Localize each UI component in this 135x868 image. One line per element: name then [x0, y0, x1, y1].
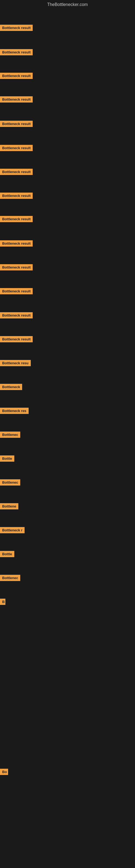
bottleneck-item[interactable]: Bottleneck r [0, 527, 25, 534]
bottleneck-badge: Bottleneck result [0, 121, 33, 127]
bottleneck-badge: Bottleneck result [0, 145, 33, 151]
bottleneck-item[interactable]: Bottleneck result [0, 264, 33, 272]
bottleneck-item[interactable]: Bottleneck result [0, 193, 33, 200]
bottleneck-item[interactable]: Bottlenec [0, 575, 20, 582]
bottleneck-item[interactable]: Bottle [0, 551, 14, 558]
bottleneck-badge: Bottleneck result [0, 169, 33, 175]
bottleneck-badge: Bottleneck result [0, 288, 33, 294]
bottleneck-badge: Bottleneck result [0, 216, 33, 222]
bottleneck-item[interactable]: Bottle [0, 456, 14, 463]
bottleneck-item[interactable]: Bottleneck result [0, 73, 33, 80]
bottleneck-badge: Bottleneck result [0, 96, 33, 102]
bottleneck-badge: Bottle [0, 456, 14, 462]
bottleneck-item[interactable]: Bottleneck result [0, 336, 33, 343]
bottleneck-badge: Bottleneck result [0, 49, 33, 55]
bottleneck-item[interactable]: Bottleneck result [0, 288, 33, 296]
bottleneck-item[interactable]: Bottleneck resu [0, 360, 31, 367]
bottleneck-item[interactable]: Bo [0, 769, 8, 776]
bottleneck-item[interactable]: Bottleneck [0, 384, 22, 391]
bottleneck-item[interactable]: Bottleneck result [0, 216, 33, 223]
bottleneck-badge: Bottleneck result [0, 312, 33, 318]
bottleneck-item[interactable]: Bottleneck result [0, 145, 33, 152]
bottleneck-badge: Bottleneck res [0, 408, 29, 414]
bottleneck-badge: Bo [0, 769, 8, 775]
bottleneck-badge: Bottleneck result [0, 264, 33, 271]
bottleneck-item[interactable]: Bottlenec [0, 479, 20, 487]
bottleneck-item[interactable]: B [0, 599, 5, 606]
bottleneck-item[interactable]: Bottleneck result [0, 49, 33, 56]
bottleneck-badge: Bottleneck resu [0, 360, 31, 366]
bottleneck-badge: Bottleneck result [0, 73, 33, 79]
bottleneck-item[interactable]: Bottleneck result [0, 312, 33, 319]
bottleneck-badge: Bottlene [0, 503, 18, 509]
bottleneck-badge: Bottlenec [0, 479, 20, 486]
bottleneck-badge: Bottle [0, 551, 14, 557]
bottleneck-item[interactable]: Bottleneck result [0, 169, 33, 176]
bottleneck-item[interactable]: Bottlene [0, 503, 18, 510]
bottleneck-item[interactable]: Bottlenec [0, 432, 20, 439]
bottleneck-badge: Bottleneck result [0, 336, 33, 342]
bottleneck-badge: B [0, 599, 5, 605]
bottleneck-item[interactable]: Bottleneck result [0, 25, 33, 32]
bottleneck-badge: Bottleneck result [0, 240, 33, 247]
bottleneck-badge: Bottlenec [0, 575, 20, 581]
bottleneck-item[interactable]: Bottleneck result [0, 96, 33, 104]
site-title: TheBottlenecker.com [0, 0, 135, 9]
bottleneck-item[interactable]: Bottleneck res [0, 408, 29, 415]
bottleneck-item[interactable]: Bottleneck result [0, 240, 33, 248]
bottleneck-item[interactable]: Bottleneck result [0, 121, 33, 128]
bottleneck-badge: Bottleneck result [0, 25, 33, 31]
bottleneck-badge: Bottlenec [0, 432, 20, 438]
bottleneck-badge: Bottleneck result [0, 193, 33, 199]
bottleneck-badge: Bottleneck [0, 384, 22, 390]
bottleneck-badge: Bottleneck r [0, 527, 25, 533]
